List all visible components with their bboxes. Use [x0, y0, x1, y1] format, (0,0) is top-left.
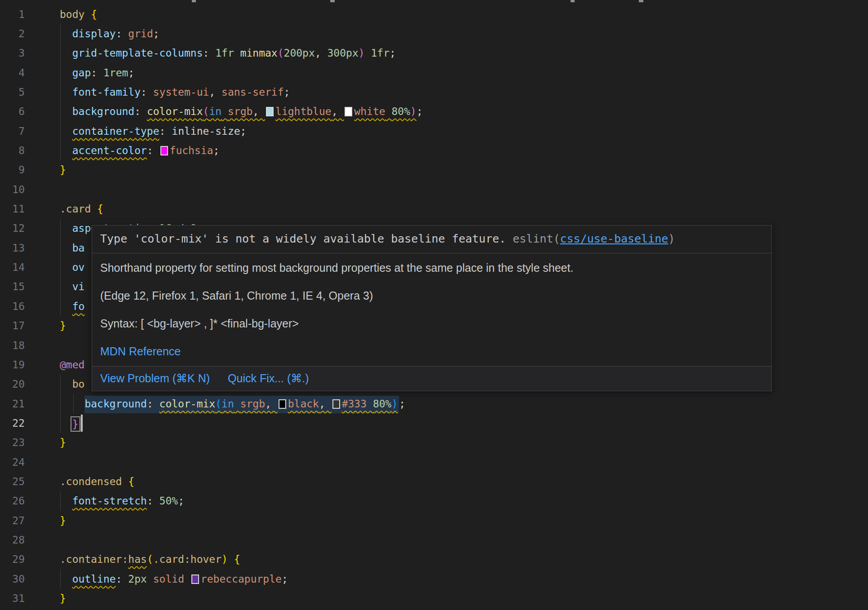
- color-swatch[interactable]: [191, 575, 199, 584]
- code-line[interactable]: 7 container-type: inline-size;: [0, 121, 868, 141]
- code-line[interactable]: 24: [0, 452, 868, 472]
- code-text[interactable]: vi: [60, 281, 84, 292]
- color-swatch[interactable]: [332, 399, 340, 409]
- code-text[interactable]: .container:has(.card:hover) {: [60, 553, 240, 565]
- code-token: srgb: [228, 106, 252, 117]
- code-token: (: [203, 106, 209, 117]
- code-token: .condensed: [60, 476, 122, 487]
- line-number: 21: [0, 398, 25, 410]
- code-text[interactable]: font-family: system-ui, sans-serif;: [60, 86, 290, 98]
- code-line[interactable]: 29.container:has(.card:hover) {: [0, 550, 868, 569]
- code-line[interactable]: 3 grid-template-columns: 1fr minmax(200p…: [0, 44, 868, 63]
- code-text[interactable]: bo: [60, 378, 84, 390]
- code-token: [228, 553, 234, 565]
- code-line[interactable]: 10: [0, 180, 868, 199]
- code-text[interactable]: outline: 2px solid rebeccapurple;: [60, 573, 288, 585]
- code-token: lightblue: [275, 106, 332, 117]
- code-line[interactable]: 9}: [0, 160, 868, 180]
- code-token: [60, 301, 72, 312]
- code-text[interactable]: }: [60, 164, 66, 176]
- code-text[interactable]: background: color-mix(in srgb, lightblue…: [60, 106, 423, 117]
- warning-squiggle-group: font-stretch: [72, 495, 147, 507]
- code-token: (: [147, 553, 153, 565]
- quick-fix-link[interactable]: Quick Fix... (⌘.): [228, 371, 309, 385]
- code-text[interactable]: ov: [60, 261, 84, 273]
- code-token: ;: [416, 106, 423, 117]
- code-token: }: [72, 418, 79, 430]
- code-line[interactable]: 6 background: color-mix(in srgb, lightbl…: [0, 102, 868, 121]
- code-line[interactable]: 28: [0, 530, 868, 549]
- color-swatch[interactable]: [345, 107, 352, 116]
- line-number: 6: [0, 106, 25, 117]
- color-swatch[interactable]: [160, 146, 168, 155]
- code-text[interactable]: ba: [60, 242, 84, 254]
- code-token: ,: [315, 47, 328, 59]
- code-line[interactable]: 2 display: grid;: [0, 24, 868, 43]
- code-text[interactable]: accent-color: fuchsia;: [60, 145, 219, 156]
- code-text[interactable]: display: grid;: [60, 28, 159, 40]
- code-token: gap: [72, 67, 91, 79]
- color-swatch[interactable]: [266, 107, 274, 116]
- code-token: [122, 476, 128, 487]
- code-line[interactable]: 23}: [0, 433, 868, 452]
- browser-support: (Edge 12, Firefox 1, Safari 1, Chrome 1,…: [100, 289, 763, 303]
- code-line[interactable]: 30 outline: 2px solid rebeccapurple;: [0, 569, 868, 588]
- code-text[interactable]: container-type: inline-size;: [60, 125, 246, 137]
- code-editor[interactable]: 1body {2 display: grid;3 grid-template-c…: [0, 0, 868, 610]
- code-token: [60, 242, 72, 254]
- code-text[interactable]: }: [60, 415, 83, 432]
- diagnostic-rule-link[interactable]: css/use-baseline: [560, 232, 669, 245]
- code-text[interactable]: }: [60, 592, 66, 604]
- code-token: 200px: [284, 47, 315, 59]
- warning-squiggle-group: color-mix(in srgb, lightblue, white 80%): [147, 106, 416, 117]
- code-line[interactable]: 26 font-stretch: 50%;: [0, 491, 868, 511]
- line-number: 8: [0, 145, 25, 156]
- code-text[interactable]: .card {: [60, 203, 103, 215]
- code-token: (: [215, 398, 221, 410]
- line-number: 26: [0, 495, 25, 507]
- code-text[interactable]: grid-template-columns: 1fr minmax(200px,…: [60, 47, 396, 59]
- code-line[interactable]: 1body {: [0, 4, 868, 24]
- code-text[interactable]: background: color-mix(in srgb, black, #3…: [60, 398, 405, 410]
- line-number: 22: [0, 417, 25, 429]
- code-token: background: [84, 398, 146, 410]
- code-token: color-mix: [147, 106, 203, 117]
- code-line[interactable]: 31}: [0, 588, 868, 608]
- syntax-line: Syntax: [ <bg-layer> , ]* <final-bg-laye…: [100, 317, 763, 331]
- line-number: 29: [0, 553, 25, 565]
- code-token: [60, 67, 72, 79]
- code-text[interactable]: }: [60, 437, 66, 448]
- code-text[interactable]: .condensed {: [60, 476, 134, 487]
- mdn-reference-link[interactable]: MDN Reference: [100, 345, 181, 358]
- line-number: 17: [0, 320, 25, 332]
- color-swatch[interactable]: [279, 399, 286, 409]
- code-text[interactable]: }: [60, 320, 66, 332]
- view-problem-link[interactable]: View Problem (⌘K N): [100, 371, 210, 385]
- code-line[interactable]: 25.condensed {: [0, 472, 868, 491]
- code-token: [60, 106, 72, 117]
- code-line[interactable]: 22 }: [0, 413, 868, 433]
- code-line[interactable]: 5 font-family: system-ui, sans-serif;: [0, 82, 868, 102]
- code-token: 2px: [128, 573, 147, 585]
- code-line[interactable]: 8 accent-color: fuchsia;: [0, 141, 868, 160]
- code-text[interactable]: body {: [60, 9, 97, 20]
- code-token: ): [391, 398, 398, 410]
- diagnostic-message: Type 'color-mix' is not a widely availab…: [100, 232, 513, 245]
- code-token: {: [234, 553, 240, 565]
- code-line[interactable]: 4 gap: 1rem;: [0, 63, 868, 82]
- code-line[interactable]: 11.card {: [0, 199, 868, 218]
- code-line[interactable]: 27}: [0, 511, 868, 530]
- code-text[interactable]: @med: [60, 359, 84, 371]
- code-text[interactable]: gap: 1rem;: [60, 67, 134, 79]
- code-token: 1rem: [103, 67, 128, 79]
- line-number: 1: [0, 9, 25, 20]
- line-number: 4: [0, 67, 25, 79]
- hover-actions-bar: View Problem (⌘K N) Quick Fix... (⌘.): [92, 366, 771, 391]
- code-text[interactable]: font-stretch: 50%;: [60, 495, 184, 507]
- code-line[interactable]: 21 background: color-mix(in srgb, black,…: [0, 394, 868, 413]
- code-text[interactable]: fo: [60, 301, 84, 312]
- code-text[interactable]: }: [60, 515, 66, 526]
- code-token: in: [221, 398, 234, 410]
- code-token: [234, 398, 240, 410]
- code-token: [60, 495, 72, 507]
